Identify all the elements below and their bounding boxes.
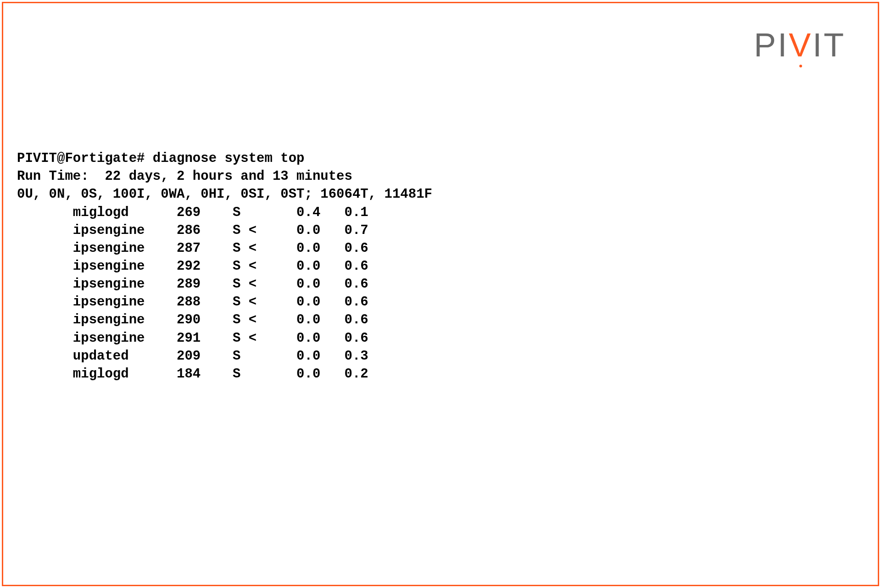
terminal-output: PIVIT@Fortigate# diagnose system top Run… xyxy=(17,132,432,383)
pivit-logo: P I V I T xyxy=(754,26,846,64)
prompt-line: PIVIT@Fortigate# diagnose system top xyxy=(17,151,305,166)
logo-letter-p: P xyxy=(754,26,778,64)
logo-letter-t: T xyxy=(824,26,846,64)
runtime-line: Run Time: 22 days, 2 hours and 13 minute… xyxy=(17,169,352,184)
logo-letter-i1: I xyxy=(778,26,789,64)
process-rows: miglogd 269 S 0.4 0.1 ipsengine 286 S < … xyxy=(17,204,432,383)
process-list: miglogd 269 S 0.4 0.1 ipsengine 286 S < … xyxy=(17,204,432,383)
outer-frame: P I V I T PIVIT@Fortigate# diagnose syst… xyxy=(2,2,879,586)
stats-line: 0U, 0N, 0S, 100I, 0WA, 0HI, 0SI, 0ST; 16… xyxy=(17,187,432,202)
logo-letter-v: V xyxy=(789,26,813,64)
logo-letter-i2: I xyxy=(813,26,824,64)
logo-dot-icon xyxy=(799,65,802,67)
logo-letter-v-glyph: V xyxy=(789,27,813,63)
